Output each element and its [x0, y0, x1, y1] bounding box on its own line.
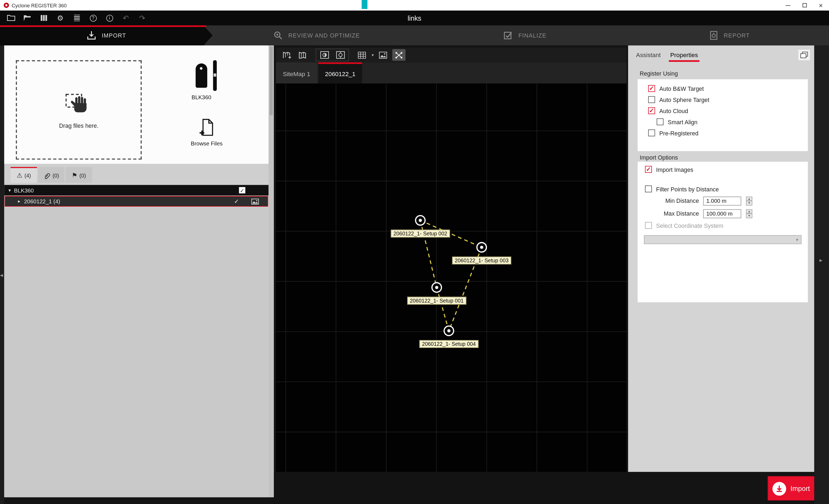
setup-label[interactable]: 2060122_1- Setup 001: [407, 297, 466, 305]
add-sitemap-icon[interactable]: [280, 49, 293, 61]
checkbox-pre-registered[interactable]: Pre-Registered: [648, 127, 808, 139]
minimize-button[interactable]: [780, 0, 796, 11]
register-using-card: ✓Auto B&W TargetAuto Sphere Target✓Auto …: [638, 79, 808, 151]
checkbox-auto-b-w-target[interactable]: ✓Auto B&W Target: [648, 83, 808, 94]
issue-tabs: ⚠ (4) (0) ⚑ (0): [11, 167, 92, 183]
tree-child-check-icon[interactable]: ✓: [234, 198, 239, 205]
drag-files-label: Drag files here.: [59, 123, 99, 129]
import-icon: [86, 30, 97, 41]
setup-label[interactable]: 2060122_1- Setup 004: [420, 340, 478, 348]
workflow-step-report[interactable]: REPORT: [620, 25, 829, 45]
tree-collapse-icon[interactable]: ▸: [18, 199, 21, 204]
menu-toolbar: ⚙ ? i ↶ ↷ links: [0, 11, 829, 25]
expand-right-arrow[interactable]: ▸: [820, 257, 823, 264]
tab-warnings[interactable]: ⚠ (4): [11, 167, 37, 183]
pano-view-icon[interactable]: [334, 49, 347, 61]
add-file-icon: [200, 118, 214, 136]
grid-caret-icon[interactable]: ▾: [372, 52, 374, 57]
checkbox-label: Auto Cloud: [659, 108, 688, 114]
tree-root-checkbox[interactable]: ✓: [239, 187, 245, 193]
checkbox-box[interactable]: [648, 96, 655, 103]
blk360-device-button[interactable]: [195, 63, 217, 91]
sitemap-toolbar: ▾: [276, 47, 627, 62]
checkbox-auto-sphere-target[interactable]: Auto Sphere Target: [648, 94, 808, 105]
workflow-step-finalize[interactable]: FINALIZE: [411, 25, 629, 45]
grid-options-icon[interactable]: [355, 49, 368, 61]
tree-row-blk360[interactable]: ▾ BLK360 ✓: [4, 185, 269, 195]
spin-down-button[interactable]: ▾: [746, 201, 752, 205]
tree-row-2060122[interactable]: ▸ 2060122_1 (4) ✓: [5, 196, 268, 206]
warning-icon: ⚠: [16, 172, 22, 179]
tab-sitemap-1[interactable]: SiteMap 1: [276, 62, 317, 83]
workflow-step-import[interactable]: IMPORT: [0, 25, 212, 45]
max-distance-input[interactable]: 100.000 m: [703, 209, 741, 218]
left-collapse-strip: ◂: [0, 45, 4, 504]
setup-labels-layer: 2060122_1- Setup 0022060122_1- Setup 003…: [276, 83, 627, 472]
max-distance-row: Max Distance 100.000 m ▴ ▾: [659, 207, 808, 220]
checkbox-select-coordinate-system[interactable]: Select Coordinate System: [645, 220, 808, 231]
import-options-card: ✓Import Images Filter Points by Distance…: [638, 162, 808, 302]
settings-gear-icon[interactable]: ⚙: [56, 13, 65, 23]
flag-icon: ⚑: [72, 172, 77, 179]
checkbox-auto-cloud[interactable]: ✓Auto Cloud: [648, 105, 808, 116]
select-caret-icon: ▾: [796, 237, 798, 242]
workflow-step-review[interactable]: REVIEW AND OPTIMIZE: [204, 25, 420, 45]
checkbox-box[interactable]: [645, 185, 652, 192]
spin-down-button[interactable]: ▾: [746, 214, 752, 218]
checkbox-box[interactable]: ✓: [648, 107, 655, 114]
checkbox-box[interactable]: [645, 222, 652, 229]
image-view-icon[interactable]: [376, 49, 390, 61]
checkbox-smart-align[interactable]: Smart Align: [648, 116, 808, 127]
library-icon[interactable]: [39, 13, 49, 23]
checkbox-label: Auto B&W Target: [659, 85, 704, 91]
open-folder-icon[interactable]: [6, 13, 16, 23]
checkbox-label: Select Coordinate System: [656, 222, 723, 228]
maximize-button[interactable]: [796, 0, 813, 11]
tab-properties[interactable]: Properties: [670, 52, 698, 58]
checkbox-box[interactable]: [648, 129, 655, 136]
undo-icon[interactable]: ↶: [121, 13, 131, 23]
log-list-icon[interactable]: [72, 13, 81, 23]
images-icon[interactable]: [251, 198, 259, 205]
close-button[interactable]: ×: [813, 0, 829, 11]
checkbox-filter-points-by-distance[interactable]: Filter Points by Distance: [645, 184, 808, 195]
tab-flags[interactable]: ⚑ (0): [66, 167, 92, 183]
tab-assistant[interactable]: Assistant: [636, 52, 661, 58]
collapse-left-arrow[interactable]: ◂: [0, 272, 3, 278]
browse-files-button[interactable]: Browse Files: [188, 118, 225, 146]
checkbox-box[interactable]: ✓: [645, 166, 652, 172]
app-logo-icon: [4, 3, 9, 8]
drag-drop-zone[interactable]: Drag files here.: [16, 60, 142, 160]
spin-up-button[interactable]: ▴: [746, 196, 752, 201]
tree-expand-icon[interactable]: ▾: [8, 188, 11, 193]
blk360-slider[interactable]: [213, 60, 217, 91]
checkbox-import-images[interactable]: ✓Import Images: [645, 164, 808, 175]
setup-label[interactable]: 2060122_1- Setup 003: [452, 257, 511, 265]
min-distance-input[interactable]: 1.000 m: [703, 196, 741, 205]
checkbox-box[interactable]: ✓: [648, 85, 655, 92]
bw-target-view-icon[interactable]: [318, 49, 331, 61]
checkbox-box[interactable]: [656, 118, 663, 125]
checkbox-label: Filter Points by Distance: [656, 186, 719, 192]
checkbox-label: Smart Align: [668, 119, 697, 125]
help-icon[interactable]: ?: [88, 13, 98, 23]
links-tool-icon[interactable]: [392, 49, 405, 61]
layout-windows-icon[interactable]: [798, 50, 810, 60]
tab-2060122-1[interactable]: 2060122_1: [318, 62, 362, 83]
import-button[interactable]: Import: [768, 476, 814, 500]
remove-sitemap-icon[interactable]: [296, 49, 310, 61]
drag-hand-icon: [63, 91, 94, 116]
coordinate-system-select[interactable]: ▾: [644, 235, 801, 244]
info-icon[interactable]: i: [105, 13, 114, 23]
checkbox-label: Import Images: [656, 166, 693, 172]
window-controls: ×: [780, 0, 829, 11]
left-panel-scrollbar[interactable]: [268, 45, 274, 497]
redo-icon[interactable]: ↷: [137, 13, 147, 23]
open-project-icon[interactable]: [23, 13, 32, 23]
flags-count: (0): [79, 172, 86, 178]
spin-up-button[interactable]: ▴: [746, 209, 752, 214]
setup-label[interactable]: 2060122_1- Setup 002: [391, 230, 450, 238]
tab-attachments[interactable]: (0): [38, 167, 65, 183]
main-area: ◂ ▸ Dr: [0, 45, 829, 504]
sitemap-canvas[interactable]: 2060122_1- Setup 0022060122_1- Setup 003…: [276, 83, 627, 472]
